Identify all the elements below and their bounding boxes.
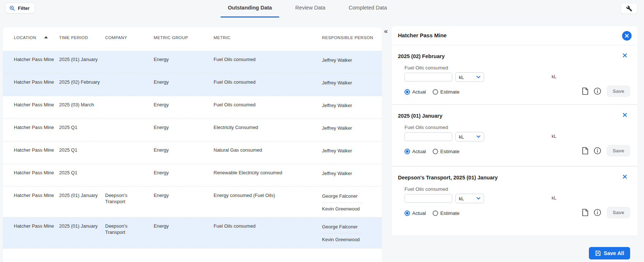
cell-location: Hatcher Pass Mine — [14, 187, 59, 217]
radio-actual[interactable]: Actual — [405, 210, 426, 216]
cell-time-period: 2025 Q1 — [59, 164, 105, 186]
cell-metric-group: Energy — [154, 119, 214, 141]
cell-metric-group: Energy — [154, 73, 214, 96]
save-disk-icon — [595, 250, 601, 256]
cell-responsible-person: Jeffrey Walker — [322, 119, 365, 141]
cell-metric: Fuel Oils consumed — [214, 96, 322, 118]
table-row[interactable]: Hatcher Pass Mine 2025 (02) February Ene… — [3, 73, 382, 96]
cell-responsible-person: Jeffrey Walker — [322, 73, 365, 96]
unit-select-value: kL — [459, 134, 464, 140]
cell-company — [105, 119, 154, 141]
filter-button[interactable]: Filter — [5, 3, 35, 14]
metric-label: Fuel Oils consumed — [405, 65, 448, 71]
tab-bar: Outstanding Data Review Data Completed D… — [216, 0, 399, 18]
table-row[interactable]: Hatcher Pass Mine 2025 Q1 Energy Renewab… — [3, 164, 382, 187]
cell-time-period: 2025 (02) February — [59, 73, 105, 96]
cell-location: Hatcher Pass Mine — [14, 141, 59, 164]
chevron-down-icon — [476, 76, 480, 79]
cell-location: Hatcher Pass Mine — [14, 51, 59, 73]
document-icon[interactable] — [582, 209, 589, 216]
radio-actual[interactable]: Actual — [405, 149, 426, 154]
value-input[interactable] — [405, 73, 452, 81]
radio-actual-label: Actual — [412, 210, 426, 216]
save-button[interactable]: Save — [607, 86, 630, 97]
cell-company — [105, 51, 154, 73]
radio-actual-label: Actual — [412, 89, 426, 95]
cell-metric: Fuel Oils consumed — [214, 51, 322, 73]
info-icon[interactable] — [594, 209, 601, 216]
save-all-button[interactable]: Save All — [589, 247, 630, 259]
cell-responsible-person: George FalconerKevin Greenwood — [322, 217, 365, 248]
cell-metric-group: Energy — [154, 141, 214, 164]
save-all-label: Save All — [604, 250, 624, 256]
column-header-responsible-person[interactable]: RESPONSIBLE PERSON — [322, 27, 382, 41]
cell-responsible-person: Jeffrey Walker — [322, 96, 365, 118]
info-icon[interactable] — [594, 147, 601, 155]
table-row[interactable]: Hatcher Pass Mine 2025 Q1 Energy Electri… — [3, 119, 382, 141]
section-close-icon[interactable] — [622, 111, 629, 118]
column-header-metric-group[interactable]: METRIC GROUP — [154, 27, 214, 41]
cell-time-period: 2025 (01) January — [59, 51, 105, 73]
cell-company: Deepson's Transport — [105, 217, 154, 248]
save-button[interactable]: Save — [607, 207, 630, 218]
unit-select[interactable]: kL — [455, 72, 484, 82]
radio-actual[interactable]: Actual — [405, 89, 426, 95]
filter-button-label: Filter — [18, 5, 30, 11]
radio-estimate-circle — [433, 89, 438, 95]
document-icon[interactable] — [582, 147, 589, 155]
radio-estimate[interactable]: Estimate — [433, 149, 460, 154]
settings-button[interactable] — [621, 3, 637, 14]
chevron-down-icon — [476, 197, 480, 200]
cell-metric: Energy consumed (Fuel Oils) — [214, 187, 322, 217]
cell-company — [105, 96, 154, 118]
zoom-in-icon — [9, 5, 15, 11]
section-close-icon[interactable] — [622, 173, 629, 180]
cell-metric-group: Energy — [154, 164, 214, 186]
unit-select[interactable]: kL — [455, 132, 484, 141]
info-icon[interactable] — [594, 87, 601, 95]
table-row[interactable]: Hatcher Pass Mine 2025 Q1 Energy Natural… — [3, 141, 382, 164]
panel-close-icon[interactable] — [622, 31, 632, 41]
tab-completed-data[interactable]: Completed Data — [337, 0, 399, 18]
section-close-icon[interactable] — [622, 52, 629, 58]
column-header-company[interactable]: COMPANY — [105, 27, 154, 41]
value-input[interactable] — [405, 194, 452, 203]
document-icon[interactable] — [582, 87, 589, 95]
cell-metric-group: Energy — [154, 96, 214, 118]
unit-select-value: kL — [459, 196, 464, 201]
table-row[interactable]: Hatcher Pass Mine 2025 (01) January Deep… — [3, 187, 382, 217]
section-title: 2025 (02) February — [398, 53, 445, 59]
cell-company — [105, 141, 154, 164]
column-header-metric[interactable]: METRIC — [214, 27, 322, 41]
cell-metric: Renewable Electricity consumed — [214, 164, 322, 186]
table-row[interactable]: Hatcher Pass Mine 2025 (03) March Energy… — [3, 96, 382, 119]
unit-select[interactable]: kL — [455, 194, 484, 203]
cell-company — [105, 73, 154, 96]
entry-sections: 2025 (02) February Fuel Oils consumed kL… — [392, 45, 637, 235]
cell-metric: Electricity Consumed — [214, 119, 322, 141]
unit-label: kL — [552, 134, 556, 139]
column-header-location[interactable]: LOCATION — [14, 27, 59, 41]
save-button[interactable]: Save — [607, 145, 630, 156]
table-row[interactable]: Hatcher Pass Mine 2025 (01) January Deep… — [3, 217, 382, 248]
cell-responsible-person: Jeffrey Walker — [322, 164, 365, 186]
radio-actual-circle — [405, 89, 410, 95]
tab-review-data[interactable]: Review Data — [284, 0, 337, 18]
collapse-panel-icon[interactable]: « — [381, 26, 391, 36]
tab-outstanding-data[interactable]: Outstanding Data — [216, 0, 284, 18]
metric-label: Fuel Oils consumed — [405, 125, 448, 130]
radio-estimate[interactable]: Estimate — [433, 210, 460, 216]
radio-actual-circle — [405, 210, 410, 216]
table-body: Hatcher Pass Mine 2025 (01) January Ener… — [3, 51, 382, 248]
table-row[interactable]: Hatcher Pass Mine 2025 (01) January Ener… — [3, 51, 382, 73]
entry-section: Deepson's Transport, 2025 (01) January F… — [392, 167, 637, 235]
cell-metric: Natural Gas consumed — [214, 141, 322, 164]
column-header-time-period[interactable]: TIME PERIOD — [59, 27, 105, 41]
radio-estimate-circle — [433, 149, 438, 154]
cell-metric: Fuel Oils consumed — [214, 73, 322, 96]
chevron-down-icon — [476, 135, 480, 138]
value-input[interactable] — [405, 132, 452, 141]
radio-actual-circle — [405, 149, 410, 154]
radio-estimate[interactable]: Estimate — [433, 89, 460, 95]
cell-responsible-person: George FalconerKevin Greenwood — [322, 187, 365, 217]
